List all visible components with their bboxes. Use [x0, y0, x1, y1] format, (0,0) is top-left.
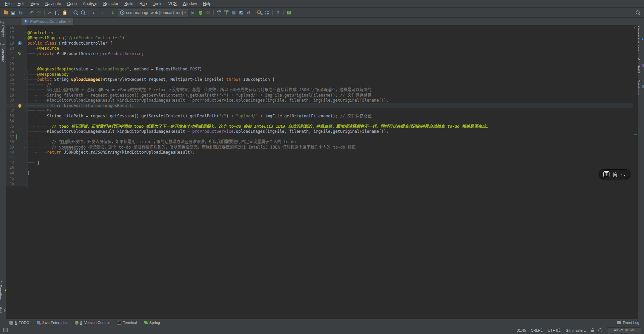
line-number[interactable]: 30 [6, 98, 16, 103]
bulb-gutter-icon[interactable] [18, 104, 21, 107]
code-text[interactable] [26, 119, 638, 124]
menu-refactor[interactable]: Refactor [100, 0, 121, 7]
line-number[interactable]: 32 [6, 108, 16, 114]
menu-edit[interactable]: Edit [14, 0, 28, 7]
rollback-icon[interactable]: ↺ [245, 9, 252, 16]
line-number[interactable]: 19 [6, 41, 16, 46]
vcs-commit-icon[interactable]: VCS↑ [223, 9, 230, 16]
code-text[interactable]: ───→@ResponseBody [26, 72, 638, 77]
code-text[interactable]: } [26, 171, 638, 176]
error-stripe[interactable]: ✔ [633, 25, 638, 319]
caret-stripe-mark[interactable] [634, 106, 637, 106]
menu-build[interactable]: Build [121, 0, 137, 7]
search-everywhere-icon[interactable] [635, 9, 641, 16]
fold-marker[interactable]: ▾ [22, 140, 26, 145]
code-text[interactable] [26, 176, 638, 181]
line-number[interactable]: 40 [6, 150, 16, 155]
fold-marker[interactable]: ▴ [22, 72, 26, 77]
line-number[interactable]: 35 [6, 124, 16, 129]
code-text[interactable] [26, 181, 638, 186]
class-gutter-icon[interactable] [18, 41, 22, 45]
code-text[interactable]: ───→public String uploadImages(HttpServl… [26, 77, 638, 82]
code-text[interactable]: public class PrdProductController { [26, 41, 638, 46]
hector-inspections-icon[interactable] [598, 328, 602, 332]
editor-tab-prdproductcontroller[interactable]: PrdProductController × [21, 18, 73, 25]
code-text[interactable]: ───→───→String filePath = request.getSes… [26, 93, 638, 98]
toolwindow-button-event-log[interactable]: Event Log [617, 321, 639, 325]
fold-marker[interactable]: ▾ [22, 31, 26, 36]
code-text[interactable] [26, 166, 638, 171]
cut-icon[interactable]: ✂ [47, 9, 53, 16]
toolwindow-toggle-icon[interactable] [3, 328, 8, 332]
toolwindow-button-terminal[interactable]: Terminal [117, 321, 137, 325]
fold-marker[interactable]: ▴ [22, 145, 26, 150]
gutter-icon-column[interactable] [17, 103, 22, 109]
code-text[interactable]: ··········// 在团队开发中，开发人员偏多，如果都是用 to-do 字… [26, 140, 638, 145]
fold-marker[interactable]: ▾ [22, 67, 26, 72]
line-number[interactable]: 27 [6, 82, 16, 88]
line-number[interactable]: 16 [6, 25, 16, 31]
code-text[interactable] [26, 62, 638, 67]
vcs-update-icon[interactable]: VCS↓ [216, 9, 222, 16]
line-number[interactable]: 18 [6, 36, 16, 41]
debug-icon[interactable] [197, 9, 204, 16]
bean-gutter-icon[interactable] [18, 52, 21, 56]
line-number[interactable]: 22 [6, 56, 16, 62]
code-text[interactable]: ··········// todo 标记测试，正常我们在代码中添加 todo 都… [26, 124, 638, 129]
line-number[interactable]: 41 [6, 155, 16, 161]
menu-vcs[interactable]: VCS [165, 0, 180, 7]
menu-window[interactable]: Window [179, 0, 200, 7]
line-number[interactable]: 29 [6, 93, 16, 98]
back-icon[interactable]: ← [91, 9, 98, 16]
code-text[interactable]: ───→private PrdProductService prdProduct… [26, 51, 638, 57]
tool-button-ant-build[interactable]: Ant Build [637, 58, 644, 73]
tool-button-7-structure[interactable]: 7: Structure [1, 43, 5, 62]
menu-help[interactable]: Help [200, 0, 214, 7]
forward-icon[interactable]: → [98, 9, 105, 16]
vcs-branch-selector[interactable]: Git: master [566, 328, 586, 332]
line-number[interactable]: 37 [6, 134, 16, 140]
coverage-icon[interactable] [205, 9, 211, 16]
code-text[interactable]: ───→@RequestMapping(value = "uploadImage… [26, 67, 638, 72]
plugin-icon[interactable] [286, 9, 292, 16]
code-editor[interactable]: 1617▾@Controller18▴@RequestMapping("/prd… [6, 25, 638, 319]
menu-analyze[interactable]: Analyze [80, 0, 100, 7]
make-project-icon[interactable]: ↓ [109, 9, 116, 16]
code-text[interactable] [26, 25, 638, 31]
line-number[interactable]: 38 [6, 140, 16, 145]
close-icon[interactable]: × [68, 19, 70, 23]
code-text[interactable]: ───→@Resource [26, 46, 638, 51]
history-icon[interactable] [238, 9, 245, 16]
synchronize-icon[interactable]: ↻ [17, 9, 24, 16]
lock-icon[interactable] [591, 330, 594, 332]
menu-navigate[interactable]: Navigate [42, 0, 64, 7]
line-number[interactable]: 36 [6, 129, 16, 134]
line-number[interactable]: 28 [6, 88, 16, 93]
find-icon[interactable] [72, 9, 79, 16]
redo-icon[interactable]: ↷ [36, 9, 42, 16]
replace-icon[interactable] [80, 9, 87, 16]
line-number[interactable]: 26 [6, 77, 16, 82]
line-number[interactable]: 20 [6, 46, 16, 51]
menu-view[interactable]: View [28, 0, 42, 7]
change-stripe-mark[interactable] [634, 134, 637, 135]
line-number[interactable]: 43 [6, 166, 16, 171]
line-ending-selector[interactable]: CRLF [531, 328, 543, 332]
line-number[interactable]: 23 [6, 62, 16, 67]
line-number[interactable]: 34 [6, 119, 16, 124]
code-text[interactable]: ───→───→String filePath = request.getSes… [26, 114, 638, 119]
code-text[interactable]: ───→} [26, 160, 638, 166]
line-number[interactable]: 25 [6, 72, 16, 77]
code-text[interactable] [26, 134, 638, 140]
caret-position[interactable]: 31:45 [517, 328, 526, 332]
fold-marker[interactable]: ▴ [22, 36, 26, 41]
toolwindow-button-9-version-control[interactable]: 9: Version Control [75, 321, 109, 325]
code-text[interactable]: ───→───→KindEditorUploadImagesResult kin… [26, 129, 638, 134]
menu-run[interactable]: Run [137, 0, 150, 7]
run-configuration-select[interactable]: ssm-manage-web [tomcat7:run] ▾ [118, 9, 188, 16]
line-number[interactable]: 33 [6, 114, 16, 119]
help-icon[interactable]: ? [275, 9, 281, 16]
toolwindow-button-spring[interactable]: Spring [144, 321, 160, 325]
menu-file[interactable]: File [2, 0, 14, 7]
code-text[interactable]: @RequestMapping("/prdProductController") [26, 36, 638, 41]
